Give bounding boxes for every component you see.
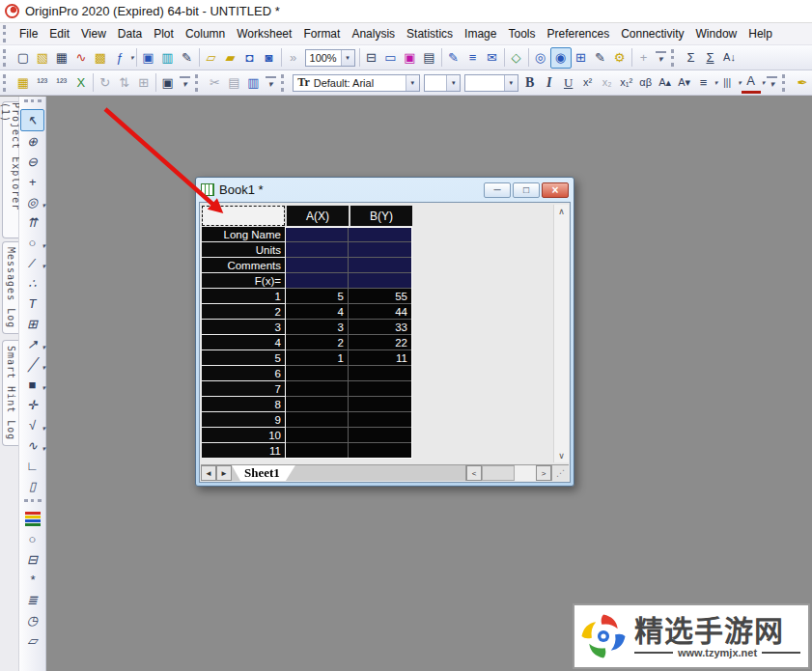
equation-tool-button[interactable]: √▾	[21, 415, 43, 435]
row-number[interactable]: 5	[202, 350, 285, 366]
menu-statistics[interactable]: Statistics	[401, 23, 459, 44]
print-preview-icon[interactable]: ▭	[381, 48, 401, 68]
chevron-down-icon[interactable]: ▾	[341, 50, 354, 66]
data-reader-icon[interactable]: ◉	[550, 47, 572, 69]
book1-title-bar[interactable]: Book1 * ─ □ ×	[196, 178, 574, 202]
cell-b[interactable]: 44	[349, 304, 412, 320]
print-icon[interactable]: ⊟	[362, 48, 381, 68]
row-label[interactable]: F(x)=	[202, 273, 285, 289]
cell-b[interactable]	[349, 381, 412, 397]
worksheet-query-icon[interactable]: ⊞	[572, 48, 591, 68]
new-folder-icon[interactable]: ▧	[33, 48, 52, 68]
rectangle-tool-button[interactable]: ■▾	[21, 375, 43, 395]
cell-a[interactable]	[285, 242, 349, 258]
cell-a[interactable]	[285, 397, 349, 412]
menu-tools[interactable]: Tools	[502, 23, 541, 44]
insert-graph-tool-button[interactable]: ∿▾	[21, 435, 43, 456]
insert-picture-icon[interactable]: ▣	[401, 48, 420, 68]
cell-b[interactable]: 22	[349, 335, 412, 350]
toolbar-grip[interactable]	[3, 74, 10, 92]
scroll-down-icon[interactable]: ∨	[555, 449, 569, 462]
menu-worksheet[interactable]: Worksheet	[231, 23, 297, 44]
tab-scroll-left-icon[interactable]: ◄	[201, 465, 216, 481]
set-values-tool-button[interactable]: ⊟	[21, 549, 43, 570]
tab-messages-log[interactable]: Messages Log	[2, 241, 18, 334]
new-graph-icon[interactable]: ∿	[71, 48, 91, 68]
increase-font-icon[interactable]: A▴	[656, 73, 675, 93]
import-wizard-icon[interactable]: ▦	[14, 73, 33, 93]
toolbar-grip[interactable]	[24, 499, 42, 506]
scroll-up-icon[interactable]: ∧	[555, 205, 569, 218]
toolbar-grip[interactable]	[3, 49, 10, 67]
menu-data[interactable]: Data	[112, 23, 148, 44]
chevron-down-icon[interactable]: ▾	[762, 79, 766, 87]
cut-icon[interactable]: ✂	[206, 73, 225, 93]
select-all-corner-cell[interactable]	[202, 206, 285, 226]
scroll-right-icon[interactable]: >	[536, 465, 551, 481]
tab-project-explorer[interactable]: Project Explorer (1)	[2, 101, 18, 238]
tab-scroll-right-icon[interactable]: ►	[216, 465, 232, 481]
new-project-icon[interactable]: ▢	[14, 48, 33, 68]
chevron-down-icon[interactable]: ▾	[406, 75, 419, 91]
italic-icon[interactable]: I	[540, 73, 559, 93]
import-excel-icon[interactable]: X	[71, 73, 91, 93]
cell-a[interactable]	[285, 258, 349, 273]
chevron-down-icon[interactable]: ▾	[42, 364, 45, 371]
screen-reader-tool-button[interactable]: +	[21, 172, 43, 192]
toolbar-grip[interactable]	[671, 49, 678, 67]
close-button[interactable]: ×	[542, 182, 569, 198]
menu-connectivity[interactable]: Connectivity	[615, 23, 689, 44]
row-number[interactable]: 7	[202, 381, 285, 397]
chevron-down-icon[interactable]: ▾	[42, 263, 45, 269]
save-icon[interactable]: ◘	[240, 48, 260, 68]
copy-icon[interactable]: ▤	[225, 73, 244, 93]
zoom-level-select[interactable]: 100% ▾	[305, 49, 355, 67]
open-icon[interactable]: ▱	[202, 48, 221, 68]
cell-a[interactable]	[285, 381, 349, 397]
font-color-icon[interactable]: A	[742, 71, 761, 94]
new-notes-icon[interactable]: ✎	[178, 48, 197, 68]
cell-b[interactable]	[349, 258, 412, 273]
minimize-button[interactable]: ─	[484, 182, 511, 198]
menu-file[interactable]: File	[14, 23, 43, 44]
new-workbook-icon[interactable]: ▦	[52, 48, 71, 68]
greek-icon[interactable]: αβ	[636, 73, 656, 93]
reader-tool-button[interactable]: ◎▾	[21, 192, 43, 212]
sort-icon[interactable]: A↓	[720, 48, 740, 68]
chevron-down-icon[interactable]: ▾	[42, 344, 45, 350]
chevron-down-icon[interactable]: ▾	[42, 384, 45, 391]
region-tool-button[interactable]: ∴	[21, 273, 43, 294]
restore-button[interactable]: □	[513, 182, 540, 198]
row-number[interactable]: 2	[202, 304, 285, 320]
layers-icon[interactable]: ≡	[463, 48, 483, 68]
cell-b[interactable]	[349, 242, 412, 258]
toolbar-overflow-icon[interactable]: ▾	[656, 51, 666, 64]
toolbar-overflow-icon[interactable]: ▾	[180, 76, 190, 89]
cell-a[interactable]	[285, 366, 349, 381]
sub-superscript-icon[interactable]: x₁²	[617, 73, 636, 93]
cell-b[interactable]	[349, 273, 412, 289]
vertical-scrollbar[interactable]: ∧ ∨	[553, 205, 569, 462]
sum-column-icon[interactable]: Σ	[682, 48, 701, 68]
edit-note-icon[interactable]: ✎	[444, 48, 463, 68]
chevron-down-icon[interactable]: ▾	[42, 242, 45, 249]
menu-plot[interactable]: Plot	[148, 23, 180, 44]
line-tool-button[interactable]: ╱▾	[21, 354, 43, 375]
cell-a[interactable]	[285, 428, 349, 443]
reimport-icon[interactable]: ↻	[96, 73, 115, 93]
underline-icon[interactable]: U	[559, 73, 578, 93]
row-number[interactable]: 9	[202, 412, 285, 428]
toolbar-grip[interactable]	[281, 74, 288, 92]
horizontal-scroll-thumb[interactable]	[482, 465, 515, 481]
open-template-icon[interactable]: ▰	[221, 48, 240, 68]
cell-a[interactable]: 3	[285, 320, 349, 335]
row-label[interactable]: Units	[202, 242, 285, 258]
mask-tool-button[interactable]: ∕▾	[21, 253, 43, 273]
cell-b[interactable]: 11	[349, 350, 412, 366]
chevron-down-icon[interactable]: ▾	[130, 54, 134, 62]
menu-edit[interactable]: Edit	[43, 23, 75, 44]
menu-window[interactable]: Window	[690, 23, 743, 44]
row-number[interactable]: 10	[202, 428, 285, 443]
decrease-font-icon[interactable]: A▾	[675, 73, 694, 93]
color-list-icon[interactable]	[21, 509, 43, 529]
